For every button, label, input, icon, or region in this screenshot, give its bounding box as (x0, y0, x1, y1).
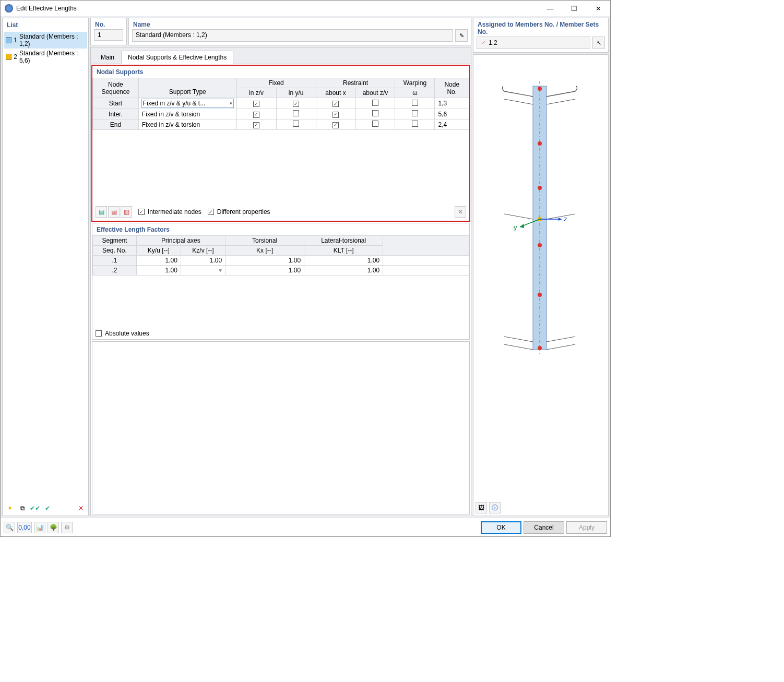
bottom-bar: 🔍 0,00 📊 🌳 ⚙ OK Cancel Apply (1, 518, 610, 536)
checkbox-icon[interactable] (293, 121, 299, 127)
absolute-values-label: Absolute values (105, 330, 149, 337)
checkbox-icon[interactable] (372, 121, 378, 127)
preview-info-button[interactable]: ⓘ (489, 502, 501, 513)
el-row[interactable]: .21.00▾1.001.00 (93, 266, 469, 276)
checkbox-icon[interactable] (412, 100, 418, 106)
effective-length-title: Effective Length Factors (92, 223, 469, 235)
different-properties-cb-box (208, 209, 214, 215)
minimize-button[interactable]: — (538, 1, 562, 16)
ns-hdr-omega: ω (395, 88, 435, 98)
checkbox-icon[interactable] (293, 110, 299, 116)
cancel-button[interactable]: Cancel (524, 521, 564, 534)
copy-item-button[interactable]: ⧉ (17, 502, 28, 514)
graphs-button[interactable]: 📊 (34, 522, 45, 533)
el-bottom-bar: Absolute values (92, 328, 469, 339)
el-hdr-principal: Principal axes (136, 236, 225, 246)
checkbox-icon[interactable] (412, 110, 418, 116)
assigned-input[interactable]: ⟋ 1,2 (477, 37, 590, 49)
titlebar: Edit Effective Lengths — ☐ ✕ (1, 1, 610, 16)
uncheck-all-button[interactable]: ✔ (42, 502, 53, 514)
nodal-supports-grid[interactable]: Node Sequence Support Type Fixed Restrai… (92, 78, 469, 130)
list-item[interactable]: 1Standard (Members : 1,2) (4, 32, 87, 49)
el-row[interactable]: .11.001.001.001.00 (93, 256, 469, 266)
close-button[interactable]: ✕ (586, 1, 610, 16)
ns-hdr-warping: Warping (395, 78, 435, 88)
chevron-down-icon: ▾ (230, 101, 232, 106)
pick-members-button[interactable]: ↖ (592, 37, 605, 49)
el-hdr-torsional: Torsional (225, 236, 304, 246)
ns-hdr-restraint: Restraint (316, 78, 395, 88)
assigned-value: 1,2 (489, 39, 497, 46)
name-input[interactable]: Standard (Members : 1,2) (132, 29, 453, 42)
ns-hdr-node-l2: Sequence (101, 88, 129, 95)
el-hdr-klt: KLT [--] (304, 246, 383, 256)
tree-button[interactable]: 🌳 (47, 522, 59, 533)
checkbox-icon[interactable] (332, 122, 339, 128)
svg-point-3 (538, 141, 542, 146)
support-type-dropdown[interactable]: Fixed in z/v & y/u & t...▾ (141, 99, 234, 108)
ns-row[interactable]: StartFixed in z/v & y/u & t...▾1,3 (93, 98, 469, 109)
axis-z-label: z (564, 215, 567, 223)
tab-row: Main Nodal Supports & Effective Lengths (91, 47, 471, 64)
nodal-supports-section: Nodal Supports Node Sequence Support Typ… (92, 65, 470, 221)
checkbox-icon[interactable] (372, 110, 378, 116)
list-item[interactable]: 2Standard (Members : 5,6) (4, 49, 87, 65)
checkbox-icon[interactable] (332, 101, 339, 107)
check-all-button[interactable]: ✔✔ (29, 502, 41, 514)
svg-point-6 (538, 243, 542, 247)
ns-hdr-nodeno-l1: Node (444, 81, 459, 88)
edit-name-button[interactable]: ✎ (455, 29, 468, 42)
ns-node-extra-button[interactable]: ▥ (121, 206, 132, 218)
settings-button[interactable]: ⚙ (61, 522, 73, 533)
no-input[interactable]: 1 (94, 29, 123, 41)
effective-length-grid[interactable]: Segment Principal axes Torsional Lateral… (92, 235, 469, 276)
ns-hdr-aboutx: about x (316, 88, 355, 98)
svg-point-7 (538, 293, 542, 297)
name-field-box: Name Standard (Members : 1,2) ✎ (128, 18, 471, 45)
preview-area: z y 🖼 ⓘ (473, 54, 609, 516)
nodal-supports-title: Nodal Supports (92, 66, 469, 78)
checkbox-icon[interactable] (372, 100, 378, 106)
dialog-window: Edit Effective Lengths — ☐ ✕ List 1Stand… (0, 0, 611, 537)
right-panel: Assigned to Members No. / Member Sets No… (473, 18, 609, 516)
maximize-button[interactable]: ☐ (562, 1, 586, 16)
blank-section (92, 341, 470, 515)
axis-y-label: y (514, 223, 517, 231)
ns-hdr-aboutzv: about z/v (355, 88, 395, 98)
checkbox-icon[interactable] (332, 112, 339, 118)
ns-row[interactable]: EndFixed in z/v & torsion2,4 (93, 119, 469, 130)
ns-row[interactable]: Inter.Fixed in z/v & torsion5,6 (93, 109, 469, 119)
ns-hdr-nodeno-l2: No. (447, 88, 457, 95)
ok-button[interactable]: OK (481, 521, 521, 534)
checkbox-icon[interactable] (253, 112, 259, 118)
tab-nodal-supports[interactable]: Nodal Supports & Effective Lengths (121, 51, 233, 64)
apply-button[interactable]: Apply (566, 521, 607, 534)
no-field-box: No. 1 (90, 18, 127, 45)
ns-node-remove-button[interactable]: ▤ (108, 206, 120, 218)
content-area: List 1Standard (Members : 1,2)2Standard … (1, 16, 610, 518)
preview-view-button[interactable]: 🖼 (476, 502, 487, 513)
el-hdr-kyu: Ky/u [--] (136, 246, 181, 256)
units-button[interactable]: 0,00 (17, 522, 32, 533)
help-button[interactable]: 🔍 (4, 522, 15, 533)
tab-main[interactable]: Main (94, 51, 121, 64)
checkbox-icon[interactable] (253, 122, 259, 128)
absolute-values-checkbox[interactable]: Absolute values (96, 330, 149, 337)
intermediate-nodes-checkbox[interactable]: Intermediate nodes (138, 208, 201, 216)
different-properties-checkbox[interactable]: Different properties (208, 208, 270, 216)
el-hdr-segment-l2: Seq. No. (93, 246, 137, 256)
ns-close-icon[interactable]: ✕ (455, 206, 466, 218)
checkbox-icon[interactable] (412, 121, 418, 127)
checkbox-icon[interactable] (293, 101, 299, 107)
delete-item-button[interactable]: ✕ (75, 502, 87, 514)
el-hdr-kx: Kx [--] (225, 246, 304, 256)
new-item-button[interactable]: ✦ (4, 502, 16, 514)
svg-point-2 (538, 87, 542, 91)
no-label: No. (91, 18, 126, 29)
intermediate-nodes-label: Intermediate nodes (148, 208, 201, 216)
el-hdr-segment-l1: Segment (93, 236, 137, 246)
ns-node-add-button[interactable]: ▤ (96, 206, 107, 218)
checkbox-icon[interactable] (253, 101, 259, 107)
ns-hdr-inzv: in z/v (236, 88, 276, 98)
effective-length-section: Effective Length Factors Segment Princip… (92, 223, 470, 340)
